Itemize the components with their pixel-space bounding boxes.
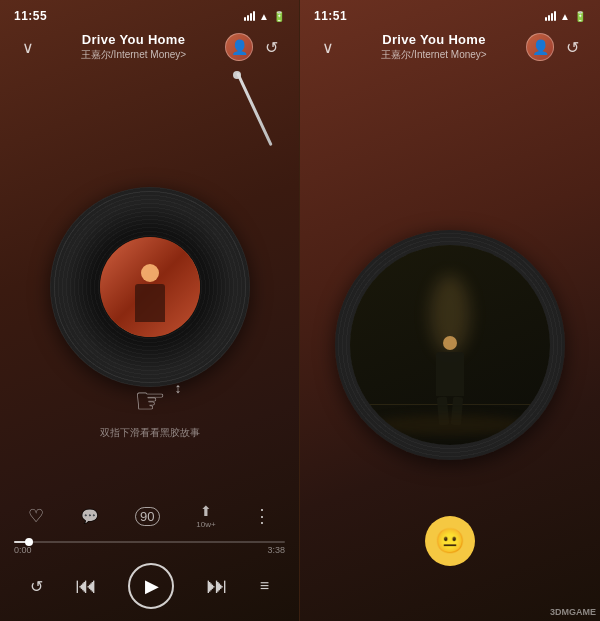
like-button[interactable]: ♡ [28,505,44,527]
progress-times: 0:00 3:38 [14,545,285,555]
avatar-left[interactable]: 👤 [225,33,253,61]
video-figure [436,336,464,425]
vinyl-disc-right[interactable] [335,230,565,460]
progress-bar[interactable] [14,541,285,543]
video-thumbnail-indicator [515,421,535,435]
status-bar-right: 11:51 ▲ 🔋 [300,0,600,28]
controls-row: ↺ ⏮ ▶ ⏭ ≡ [0,557,299,621]
song-artist-left: 王嘉尔/Internet Money> [81,48,186,62]
comment-button[interactable]: 💬 [81,508,98,525]
time-right: 11:51 [314,9,347,23]
disc-area-left: ☞ ↕ 双指下滑看看黑胶故事 [0,68,299,495]
watermark-area: 😐 [425,516,475,566]
back-button[interactable]: ∨ [14,38,42,57]
needle [169,68,249,158]
progress-area: 0:00 3:38 [0,537,299,557]
progress-start: 0:00 [14,545,32,555]
song-title-right: Drive You Home [382,32,485,47]
needle-arm [236,72,273,146]
wifi-icon-right: ▲ [560,11,570,22]
repeat-button[interactable]: ↺ [30,577,43,596]
vinyl-disc-left[interactable] [50,187,250,387]
status-bar-left: 11:55 ▲ 🔋 [0,0,299,28]
action-row: ♡ 💬 90 ⬆ 10w+ ⋮ [0,495,299,537]
song-info-right: Drive You Home 王嘉尔/Internet Money> [342,32,526,62]
next-button[interactable]: ⏭ [206,573,228,599]
share-header-button[interactable]: ↺ [257,38,285,57]
header-left: ∨ Drive You Home 王嘉尔/Internet Money> 👤 ↺ [0,28,299,68]
header-right: ∨ Drive You Home 王嘉尔/Internet Money> 👤 ↺ [300,28,600,68]
share-header-button-right[interactable]: ↺ [558,38,586,57]
gesture-hint: 双指下滑看看黑胶故事 [100,426,200,440]
battery-icon: 🔋 [273,11,285,22]
loop-button[interactable]: 90 [135,507,159,526]
time-left: 11:55 [14,9,47,23]
gesture-area: ☞ ↕ 双指下滑看看黑胶故事 [100,380,200,440]
status-icons-left: ▲ 🔋 [244,11,285,22]
song-artist-right: 王嘉尔/Internet Money> [381,48,486,62]
album-art [100,237,200,337]
right-panel: 11:51 ▲ 🔋 ∨ Drive You Home 王嘉尔/Internet … [300,0,600,621]
play-button[interactable]: ▶ [128,563,174,609]
playlist-button[interactable]: ≡ [260,577,269,595]
avatar-right[interactable]: 👤 [526,33,554,61]
prev-button[interactable]: ⏮ [75,573,97,599]
gesture-icon: ☞ [134,380,166,421]
back-button-right[interactable]: ∨ [314,38,342,57]
progress-dot [25,538,33,546]
wifi-icon: ▲ [259,11,269,22]
signal-icon [244,11,255,21]
left-panel: 11:55 ▲ 🔋 ∨ Drive You Home 王嘉尔/Internet … [0,0,300,621]
song-title-left: Drive You Home [82,32,185,47]
brand-watermark: 3DMGAME [550,607,596,617]
signal-icon-right [545,11,556,21]
watermark-emoji: 😐 [425,516,475,566]
battery-icon-right: 🔋 [574,11,586,22]
video-content [350,245,550,445]
progress-end: 3:38 [267,545,285,555]
more-button[interactable]: ⋮ [253,505,271,527]
song-info-left: Drive You Home 王嘉尔/Internet Money> [42,32,225,62]
status-icons-right: ▲ 🔋 [545,11,586,22]
share-count-button[interactable]: ⬆ 10w+ [196,503,215,529]
